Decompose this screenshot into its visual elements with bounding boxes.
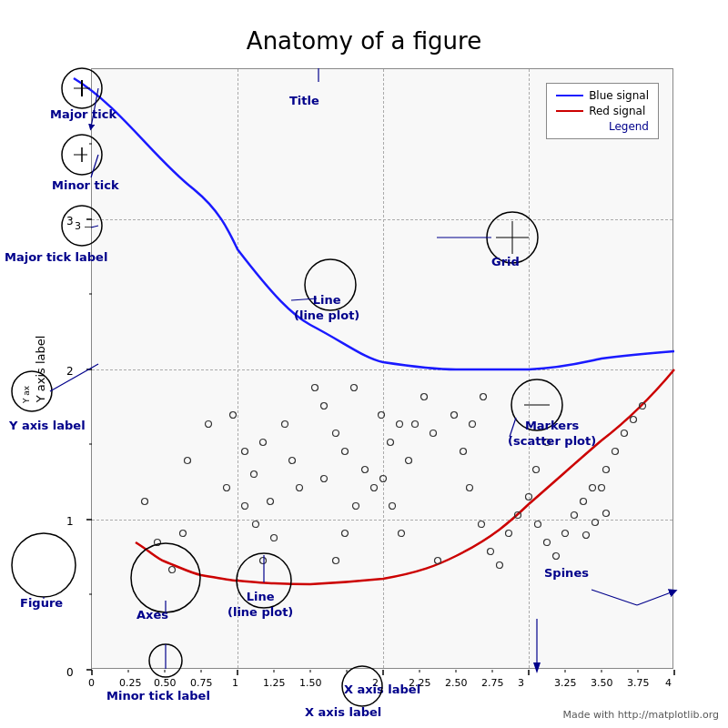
page-container: Anatomy of a figure Y axis label 0 1 2 3… <box>0 0 728 728</box>
svg-point-58 <box>612 449 619 455</box>
legend-box: Blue signal Red signal Legend <box>546 83 659 139</box>
y-tick-1: 1 <box>66 515 74 528</box>
svg-point-10 <box>282 421 288 428</box>
svg-point-13 <box>260 558 267 564</box>
svg-point-24 <box>362 467 369 473</box>
grid-annotation: Grid <box>491 255 520 268</box>
svg-point-4 <box>242 449 248 455</box>
x-axis-label-annotation: X axis label <box>305 705 381 719</box>
svg-point-60 <box>631 417 637 423</box>
svg-point-14 <box>271 535 278 541</box>
y-axis-label-annotation: Y axis label <box>9 419 86 432</box>
y-tick-2: 2 <box>66 365 74 378</box>
svg-point-35 <box>430 430 437 437</box>
svg-point-45 <box>470 421 476 428</box>
svg-point-41 <box>488 549 494 555</box>
svg-point-48 <box>535 521 541 528</box>
legend-line-red <box>556 110 583 112</box>
svg-point-1 <box>206 421 212 428</box>
svg-point-19 <box>351 385 358 391</box>
svg-point-30 <box>380 476 387 482</box>
legend-line-blue <box>556 95 583 96</box>
spines-annotation: Spines <box>544 566 589 580</box>
y-tick-0: 0 <box>66 666 74 679</box>
svg-point-38 <box>460 449 467 455</box>
svg-point-5 <box>251 471 258 478</box>
svg-point-12 <box>297 485 303 491</box>
svg-point-2 <box>224 485 230 491</box>
svg-point-3 <box>230 412 237 419</box>
made-with: Made with http://matplotlib.org <box>563 709 720 721</box>
svg-point-20 <box>321 476 328 482</box>
plot-svg <box>92 69 674 670</box>
svg-point-49 <box>544 540 551 546</box>
svg-point-67 <box>583 532 590 539</box>
svg-point-0 <box>185 458 191 464</box>
svg-point-51 <box>562 531 569 537</box>
svg-point-27 <box>388 440 394 446</box>
legend-label-red: Red signal <box>589 105 645 117</box>
svg-point-69 <box>603 511 610 517</box>
svg-point-15 <box>312 385 318 391</box>
axes-annotation: Axes <box>136 608 168 622</box>
svg-point-52 <box>571 512 578 519</box>
svg-point-28 <box>397 421 403 428</box>
scatter-dots <box>142 385 646 573</box>
minor-tick-annotation-label: Minor tick <box>52 178 119 192</box>
main-title: Anatomy of a figure <box>0 27 728 55</box>
legend-label-blue: Blue signal <box>589 89 649 102</box>
major-tick-label: Major tick <box>50 107 116 121</box>
svg-point-64 <box>155 540 161 546</box>
legend-item-red: Red signal <box>556 105 649 117</box>
svg-point-22 <box>342 531 349 537</box>
svg-point-17 <box>333 430 339 437</box>
svg-point-33 <box>412 421 419 428</box>
svg-point-55 <box>533 467 540 473</box>
svg-point-57 <box>603 467 610 473</box>
svg-point-68 <box>592 520 599 526</box>
svg-point-26 <box>379 412 385 419</box>
svg-point-7 <box>242 503 248 510</box>
svg-point-42 <box>497 562 503 569</box>
svg-point-63 <box>142 499 148 505</box>
svg-point-66 <box>180 531 187 537</box>
svg-point-23 <box>353 503 359 510</box>
svg-point-29 <box>406 458 412 464</box>
svg-point-50 <box>553 553 560 560</box>
svg-point-37 <box>451 412 458 419</box>
markers-annotation: Markers(scatter plot) <box>508 419 596 450</box>
minor-tick-label-annotation: Minor tick label <box>106 689 210 703</box>
svg-point-39 <box>467 485 473 491</box>
line-annotation-top: Line(line plot) <box>294 293 359 324</box>
title-annotation: Title <box>289 94 319 107</box>
svg-point-34 <box>421 394 428 400</box>
major-tick-label-annotation: Major tick label <box>5 250 107 264</box>
svg-point-8 <box>253 521 259 528</box>
figure-annotation: Figure <box>20 596 63 610</box>
svg-point-46 <box>480 394 487 400</box>
svg-point-18 <box>342 449 349 455</box>
svg-point-25 <box>371 485 378 491</box>
svg-point-54 <box>590 485 596 491</box>
svg-point-62 <box>599 485 605 491</box>
svg-point-65 <box>169 567 176 573</box>
y-axis-label: Y axis label <box>7 68 75 669</box>
svg-point-59 <box>622 430 628 437</box>
legend-item-blue: Blue signal <box>556 89 649 102</box>
svg-point-9 <box>268 499 274 505</box>
svg-point-36 <box>435 558 441 564</box>
svg-point-21 <box>333 558 339 564</box>
svg-point-6 <box>260 440 267 446</box>
red-signal-path <box>136 369 674 584</box>
line-annotation-bottom: Line(line plot) <box>228 590 293 621</box>
svg-point-47 <box>526 494 532 500</box>
svg-point-11 <box>289 458 296 464</box>
legend-title: Legend <box>556 120 649 133</box>
y-tick-3: 3 <box>66 215 74 228</box>
svg-point-16 <box>321 403 328 410</box>
svg-point-53 <box>581 499 587 505</box>
svg-point-32 <box>399 531 405 537</box>
svg-point-43 <box>506 531 512 537</box>
svg-point-40 <box>479 521 485 528</box>
svg-point-31 <box>389 503 396 510</box>
